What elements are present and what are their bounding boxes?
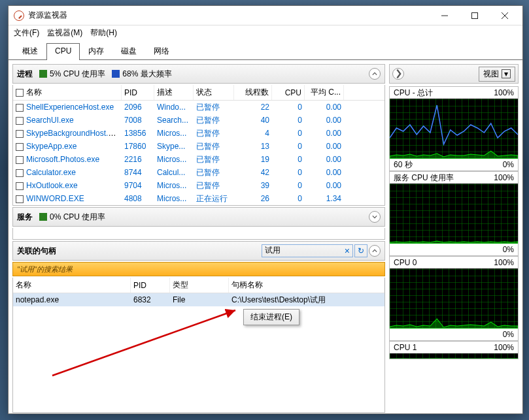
row-checkbox[interactable] [16, 156, 24, 164]
handles-title: 关联的句柄 [17, 246, 56, 257]
tab-cpu[interactable]: CPU [46, 43, 80, 60]
search-refresh-button[interactable]: ↻ [354, 244, 367, 257]
menu-file[interactable]: 文件(F) [14, 27, 39, 39]
window-title: 资源监视器 [28, 10, 430, 21]
hcol-handle-name[interactable]: 句柄名称 [229, 278, 384, 293]
row-checkbox[interactable] [16, 104, 24, 112]
cpu-usage-stat: 5% CPU 使用率 [50, 69, 105, 80]
services-header[interactable]: 服务 0% CPU 使用率 [12, 207, 385, 227]
handles-header[interactable]: 关联的句柄 试用 × ↻ [12, 241, 385, 261]
tab-network[interactable]: 网络 [145, 42, 178, 59]
titlebar[interactable]: 资源监视器 [9, 6, 522, 25]
dropdown-arrow-icon: ▾ [502, 69, 511, 78]
process-row[interactable]: HxOutlook.exe9704Micros...已暂停3900.00 [13, 179, 384, 192]
handles-search-input[interactable]: 试用 × [262, 244, 353, 257]
search-results-banner: "试用"的搜索结果 [12, 262, 385, 276]
row-checkbox[interactable] [16, 130, 24, 138]
select-all-checkbox[interactable] [16, 89, 24, 97]
blue-swatch-icon [112, 70, 120, 78]
handles-row[interactable]: notepad.exe 6832 File C:\Users\test\Desk… [13, 293, 384, 306]
col-name[interactable]: 名称 [13, 85, 122, 100]
row-checkbox[interactable] [16, 169, 24, 177]
col-cpu[interactable]: CPU [272, 85, 305, 100]
process-row[interactable]: SearchUI.exe7008Search...已暂停4000.00 [13, 114, 384, 127]
process-row[interactable]: ShellExperienceHost.exe2096Windo...已暂停22… [13, 101, 384, 114]
processes-thead: 名称 PID 描述 状态 线程数 CPU 平均 C... [13, 85, 384, 101]
menubar: 文件(F) 监视器(M) 帮助(H) [9, 25, 522, 40]
green-swatch-icon [39, 70, 47, 78]
maximize-button[interactable] [460, 6, 490, 25]
max-freq-stat: 68% 最大频率 [122, 69, 171, 80]
processes-title: 进程 [17, 69, 33, 80]
menu-monitor[interactable]: 监视器(M) [47, 27, 82, 39]
tab-disk[interactable]: 磁盘 [112, 42, 145, 59]
resource-monitor-window: 资源监视器 文件(F) 监视器(M) 帮助(H) 概述 CPU 内存 磁盘 网络… [8, 5, 523, 414]
col-threads[interactable]: 线程数 [234, 85, 272, 100]
services-title: 服务 [17, 212, 33, 223]
process-row[interactable]: SkypeBackgroundHost.exe13856Micros...已暂停… [13, 127, 384, 140]
handles-table: 名称 PID 类型 句柄名称 notepad.exe 6832 File C:\… [12, 278, 385, 413]
row-checkbox[interactable] [16, 195, 24, 203]
process-row[interactable]: SkypeApp.exe17860Skype...已暂停1300.00 [13, 140, 384, 153]
expand-services-button[interactable] [369, 211, 381, 223]
tabs: 概述 CPU 内存 磁盘 网络 [9, 40, 522, 60]
graph-block: 服务 CPU 使用率100%0% [389, 171, 519, 256]
tab-memory[interactable]: 内存 [80, 42, 112, 59]
row-checkbox[interactable] [16, 117, 24, 125]
green-swatch-icon [39, 213, 47, 221]
handles-thead: 名称 PID 类型 句柄名称 [13, 278, 384, 293]
hcol-type[interactable]: 类型 [170, 278, 229, 293]
app-icon [14, 10, 24, 21]
view-dropdown[interactable]: 视图 ▾ [479, 67, 515, 82]
collapse-right-panel-button[interactable] [392, 68, 404, 80]
process-row[interactable]: Microsoft.Photos.exe2216Micros...已暂停1900… [13, 153, 384, 166]
process-row[interactable]: WINWORD.EXE4808Micros...正在运行2601.34 [13, 192, 384, 205]
context-menu[interactable]: 结束进程(E) [243, 309, 299, 325]
graph-block: CPU 1100% [389, 341, 519, 359]
menu-help[interactable]: 帮助(H) [90, 27, 117, 39]
minimize-button[interactable] [430, 6, 460, 25]
svg-line-4 [52, 310, 235, 376]
hcol-name[interactable]: 名称 [13, 278, 131, 293]
graph-block: CPU - 总计100%60 秒0% [389, 86, 519, 171]
processes-header[interactable]: 进程 5% CPU 使用率 68% 最大频率 [12, 64, 385, 84]
col-desc[interactable]: 描述 [154, 85, 194, 100]
clear-search-button[interactable]: × [345, 246, 350, 255]
right-panel-header: 视图 ▾ [389, 64, 519, 84]
process-row[interactable]: Calculator.exe8744Calcul...已暂停4200.00 [13, 166, 384, 179]
hcol-pid[interactable]: PID [131, 278, 170, 293]
close-button[interactable] [490, 6, 520, 25]
tab-overview[interactable]: 概述 [14, 42, 46, 59]
col-pid[interactable]: PID [122, 85, 154, 100]
services-cpu-stat: 0% CPU 使用率 [50, 212, 105, 223]
menu-end-process[interactable]: 结束进程(E) [250, 312, 292, 321]
collapse-handles-button[interactable] [369, 245, 381, 257]
processes-table: 名称 PID 描述 状态 线程数 CPU 平均 C... ShellExperi… [12, 85, 385, 206]
col-avg[interactable]: 平均 C... [305, 85, 344, 100]
graph-block: CPU 0100%0% [389, 256, 519, 341]
collapse-processes-button[interactable] [369, 68, 381, 80]
svg-rect-1 [472, 12, 478, 18]
row-checkbox[interactable] [16, 182, 24, 190]
col-state[interactable]: 状态 [194, 85, 234, 100]
row-checkbox[interactable] [16, 143, 24, 151]
